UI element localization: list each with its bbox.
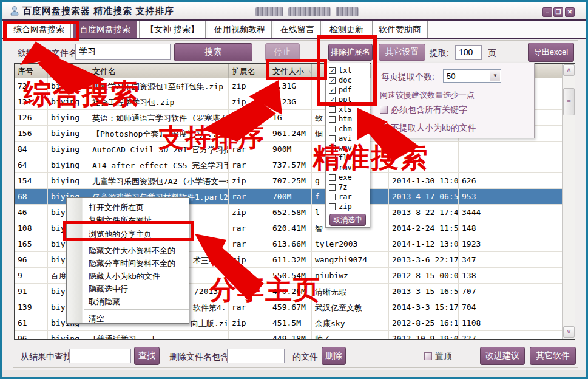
unchecked-checkbox-icon[interactable] bbox=[329, 184, 336, 191]
table-cell: 611.32M bbox=[269, 252, 312, 267]
suggestion-button[interactable]: 改进建议 bbox=[480, 347, 525, 365]
menu-item-unhide[interactable]: 取消隐藏 bbox=[83, 295, 189, 307]
find-input[interactable] bbox=[69, 349, 131, 363]
unchecked-checkbox-icon[interactable] bbox=[329, 203, 336, 210]
table-cell bbox=[229, 331, 269, 340]
ext-checkbox-htm[interactable]: htm bbox=[329, 114, 370, 124]
ext-checkbox-pdf[interactable]: ✓pdf bbox=[329, 85, 370, 95]
table-cell: 001 bbox=[229, 110, 269, 125]
column-header-4[interactable]: 扩展名 bbox=[229, 64, 269, 78]
ext-label: avi bbox=[339, 134, 352, 143]
pin-top-checkbox[interactable] bbox=[424, 352, 432, 360]
exclude-ext-button[interactable]: 排除扩展名 bbox=[328, 44, 373, 61]
menu-item-open-page[interactable]: 打开文件所在页 bbox=[83, 200, 189, 213]
menu-item-hide-kb-files[interactable]: 隐藏大小为kb的文件 bbox=[83, 269, 189, 282]
ext-checkbox-exe[interactable]: exe bbox=[329, 172, 370, 182]
delete-button[interactable]: 删除 bbox=[322, 347, 346, 365]
tab-baidu-search[interactable]: 百度网盘搜索 bbox=[73, 21, 137, 38]
column-header-5[interactable]: 文件大小▽ bbox=[269, 64, 312, 78]
ext-checkbox-avi[interactable]: avi bbox=[329, 134, 370, 143]
table-row[interactable]: 96biying[普通话学习...]449.18M帅子2013-10-9 19:… bbox=[15, 331, 575, 340]
column-header-2[interactable]: 来源 bbox=[48, 64, 89, 78]
unchecked-checkbox-icon[interactable] bbox=[329, 165, 336, 171]
unchecked-checkbox-icon[interactable] bbox=[329, 116, 336, 123]
table-cell: 2013-10-9 19:07 bbox=[389, 331, 459, 340]
pin-top-option[interactable]: 置顶 bbox=[424, 351, 452, 362]
extract-pages-input[interactable] bbox=[455, 45, 482, 60]
ext-checkbox-rmvb[interactable]: rmvb bbox=[329, 163, 370, 172]
tab-sponsor[interactable]: 软件赞助商 bbox=[372, 21, 428, 38]
tab-check-update[interactable]: 检测更新 bbox=[323, 21, 370, 38]
table-cell: tyler2003 bbox=[312, 236, 389, 251]
unchecked-checkbox-icon[interactable] bbox=[329, 155, 336, 162]
no-kb-checkbox[interactable] bbox=[380, 124, 388, 132]
all-keywords-option[interactable]: 必须包含所有关键字 bbox=[380, 104, 467, 115]
delete-contains-input[interactable] bbox=[227, 349, 285, 363]
tab-goddess-search[interactable]: 【女神 搜索】 bbox=[139, 21, 206, 38]
table-cell: rar bbox=[229, 220, 269, 236]
unchecked-checkbox-icon[interactable] bbox=[329, 106, 336, 113]
minimize-button[interactable]: – bbox=[542, 7, 552, 17]
table-cell: 165 bbox=[15, 236, 48, 251]
per-page-select[interactable]: 50 ▼ bbox=[443, 69, 501, 83]
table-cell: rar bbox=[229, 157, 269, 172]
chevron-down-icon[interactable]: ▼ bbox=[490, 70, 500, 81]
tab-composite-search[interactable]: 综合网盘搜索 bbox=[7, 21, 71, 38]
unchecked-checkbox-icon[interactable] bbox=[329, 194, 336, 200]
table-row[interactable]: 64biyingA14 after effect CS5 完全学习手册.p...… bbox=[15, 157, 575, 173]
ext-checkbox-doc[interactable]: ✓doc bbox=[329, 75, 370, 85]
close-button[interactable]: ✕ bbox=[565, 7, 575, 17]
table-cell: niubiwz bbox=[312, 268, 389, 283]
unchecked-checkbox-icon[interactable] bbox=[329, 135, 336, 142]
scrollbar-thumb[interactable]: ≡ bbox=[563, 88, 575, 115]
scroll-down-icon[interactable]: ˅ bbox=[563, 326, 575, 338]
scroll-up-icon[interactable]: ˄ bbox=[563, 64, 575, 76]
table-cell bbox=[459, 142, 561, 157]
stop-button[interactable]: 停止 bbox=[265, 43, 300, 61]
menu-item-clear[interactable]: 清空 bbox=[83, 312, 189, 324]
search-input[interactable] bbox=[75, 44, 171, 60]
context-menu-gutter bbox=[67, 198, 83, 323]
no-kb-option[interactable]: 不提取大小为kb的文件 bbox=[380, 123, 476, 134]
other-settings-button[interactable]: 其它设置 bbox=[379, 44, 425, 61]
ext-checkbox-xls[interactable]: xls bbox=[329, 104, 370, 114]
unchecked-checkbox-icon[interactable] bbox=[329, 174, 336, 181]
table-row[interactable]: 84biyingAutoCAD Civil 3D 201 官方学习指南书...r… bbox=[15, 142, 575, 157]
maximize-button[interactable]: ❐ bbox=[553, 7, 563, 17]
find-button[interactable]: 查找 bbox=[134, 347, 160, 365]
unchecked-checkbox-icon[interactable] bbox=[329, 145, 336, 152]
table-cell: 1923 bbox=[459, 236, 561, 251]
ext-checkbox-zip[interactable]: zip bbox=[329, 202, 370, 211]
table-cell: 2012-8-15 00:00 bbox=[389, 268, 459, 283]
ext-checkbox-chm[interactable]: chm bbox=[329, 124, 370, 134]
menu-item-hide-no-size[interactable]: 隐藏文件大小资料不全的 bbox=[83, 244, 189, 256]
tab-feedback[interactable]: 在线留言 bbox=[274, 21, 321, 38]
table-row[interactable]: 154biying儿童学习乐园资源包7A2 (小学语文一年...zip707.2… bbox=[15, 173, 575, 189]
other-software-button[interactable]: 其它软件 bbox=[530, 347, 576, 365]
checked-checkbox-icon[interactable]: ✓ bbox=[329, 67, 336, 74]
unchecked-checkbox-icon[interactable] bbox=[329, 126, 336, 132]
search-button[interactable]: 搜索 bbox=[174, 43, 252, 61]
ext-checkbox-wmv[interactable]: wmv bbox=[329, 143, 370, 153]
ext-checkbox-flv[interactable]: flv bbox=[329, 153, 370, 163]
ext-checkbox-txt[interactable]: ✓txt bbox=[329, 66, 370, 75]
menu-item-hide-no-time[interactable]: 隐藏分享时间资料不全的 bbox=[83, 256, 189, 269]
menu-item-browse-share-home[interactable]: 浏览他的分享主页 bbox=[83, 227, 189, 240]
column-header-1[interactable]: 序号 bbox=[15, 64, 48, 78]
ext-checkbox-rar[interactable]: rar bbox=[329, 192, 370, 202]
table-cell: 清晰无瑕 bbox=[312, 284, 389, 299]
cancel-selection-button[interactable]: 取消选中 bbox=[329, 214, 366, 226]
ext-checkbox-7z[interactable]: 7z bbox=[329, 182, 370, 192]
export-excel-button[interactable]: 导出excel bbox=[528, 43, 574, 62]
tab-video-tutorial[interactable]: 使用视频教程 bbox=[208, 21, 272, 38]
checked-checkbox-icon[interactable]: ✓ bbox=[329, 87, 336, 94]
menu-item-copy-url[interactable]: 复制文件所在网址 bbox=[83, 213, 189, 226]
column-header-3[interactable]: 文件名 bbox=[89, 64, 229, 78]
checked-checkbox-icon[interactable]: ✓ bbox=[329, 97, 336, 103]
vertical-scrollbar[interactable]: ˄ ≡ ˅ bbox=[562, 64, 575, 339]
menu-separator bbox=[84, 309, 189, 310]
ext-checkbox-ppt[interactable]: ✓ppt bbox=[329, 95, 370, 104]
all-keywords-checkbox[interactable] bbox=[380, 106, 388, 114]
checked-checkbox-icon[interactable]: ✓ bbox=[329, 77, 336, 84]
menu-item-hide-selected[interactable]: 隐藏选中行 bbox=[83, 282, 189, 295]
